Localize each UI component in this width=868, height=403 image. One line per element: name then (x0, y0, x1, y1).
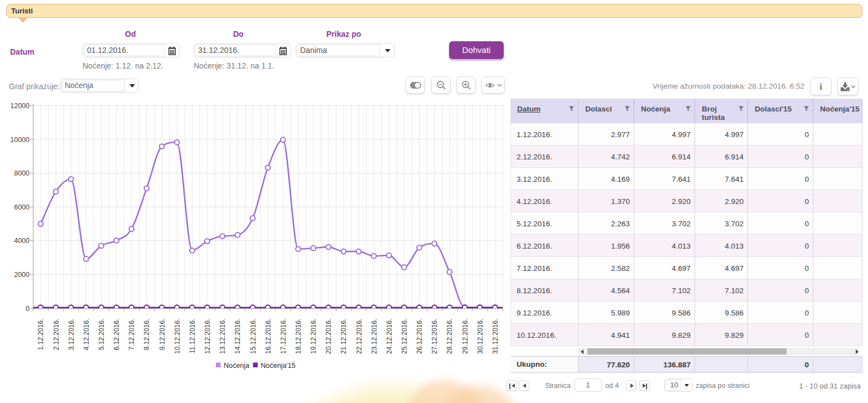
svg-text:8000: 8000 (14, 169, 30, 177)
svg-text:19.12.2016.: 19.12.2016. (310, 319, 317, 354)
svg-text:24.12.2016.: 24.12.2016. (385, 319, 393, 354)
svg-text:10000: 10000 (10, 136, 30, 144)
svg-text:5.12.2016.: 5.12.2016. (98, 319, 105, 351)
svg-text:13.12.2016.: 13.12.2016. (219, 319, 226, 354)
svg-text:21.12.2016.: 21.12.2016. (340, 319, 348, 354)
svg-text:12000: 12000 (10, 102, 30, 110)
svg-text:23.12.2016.: 23.12.2016. (370, 319, 378, 354)
svg-text:26.12.2016.: 26.12.2016. (416, 319, 423, 354)
svg-text:18.12.2016.: 18.12.2016. (295, 319, 302, 354)
svg-text:Noćenja: Noćenja (224, 362, 249, 370)
svg-text:11.12.2016.: 11.12.2016. (189, 319, 196, 354)
svg-text:12.12.2016.: 12.12.2016. (204, 319, 211, 354)
svg-text:4000: 4000 (14, 237, 30, 245)
svg-text:2.12.2016.: 2.12.2016. (52, 319, 60, 351)
svg-text:9.12.2016.: 9.12.2016. (158, 319, 166, 351)
svg-text:6.12.2016.: 6.12.2016. (113, 319, 120, 351)
svg-text:Noćenja'15: Noćenja'15 (261, 362, 296, 370)
svg-text:17.12.2016.: 17.12.2016. (279, 319, 287, 354)
svg-text:10.12.2016.: 10.12.2016. (173, 319, 181, 354)
svg-text:6000: 6000 (14, 203, 30, 211)
svg-text:28.12.2016.: 28.12.2016. (446, 319, 454, 354)
svg-text:14.12.2016.: 14.12.2016. (234, 319, 242, 354)
svg-text:3.12.2016.: 3.12.2016. (67, 319, 75, 351)
svg-text:31.12.2016.: 31.12.2016. (491, 319, 499, 354)
svg-text:25.12.2016.: 25.12.2016. (401, 319, 408, 354)
svg-text:30.12.2016.: 30.12.2016. (476, 319, 484, 354)
svg-text:0: 0 (26, 305, 30, 313)
svg-text:8.12.2016.: 8.12.2016. (143, 319, 151, 351)
svg-text:15.12.2016.: 15.12.2016. (249, 319, 257, 354)
svg-text:27.12.2016.: 27.12.2016. (431, 319, 438, 354)
svg-text:4.12.2016.: 4.12.2016. (83, 319, 90, 351)
svg-text:20.12.2016.: 20.12.2016. (325, 319, 332, 354)
svg-text:7.12.2016.: 7.12.2016. (128, 319, 136, 351)
svg-text:16.12.2016.: 16.12.2016. (264, 319, 272, 354)
svg-text:1.12.2016.: 1.12.2016. (37, 319, 45, 351)
svg-text:22.12.2016.: 22.12.2016. (355, 319, 363, 354)
svg-text:2000: 2000 (14, 271, 30, 279)
svg-text:29.12.2016.: 29.12.2016. (461, 319, 469, 354)
